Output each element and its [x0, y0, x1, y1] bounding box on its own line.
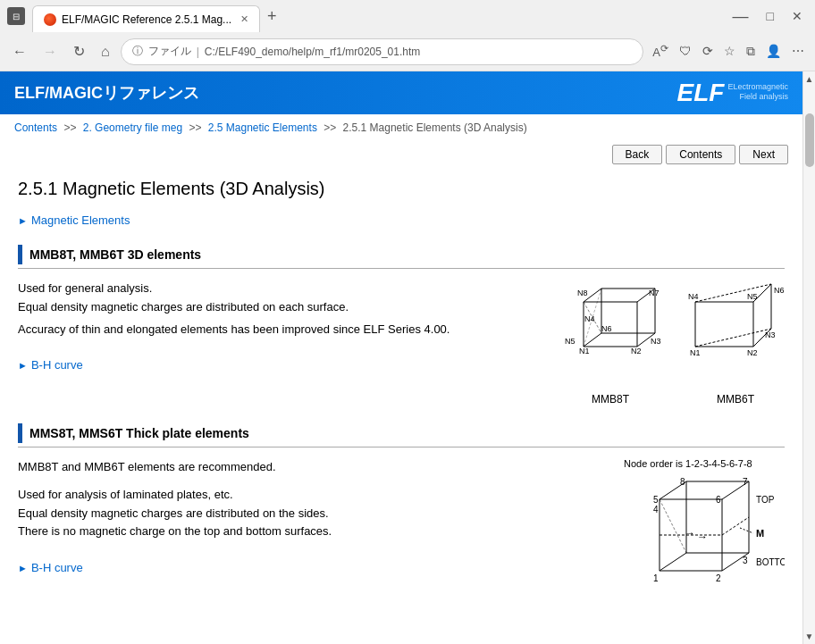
- section1-content: Used for general analysis. Equal density…: [18, 280, 785, 406]
- magnetic-elements-link[interactable]: ► Magnetic Elements: [18, 213, 785, 227]
- new-tab-button[interactable]: +: [260, 7, 284, 26]
- svg-line-62: [740, 528, 753, 533]
- svg-text:N1: N1: [579, 347, 590, 355]
- forward-button[interactable]: →: [38, 40, 63, 63]
- contents-page-button[interactable]: Contents: [666, 145, 735, 164]
- breadcrumb-current: 2.5.1 Magnetic Elements (3D Analysis): [343, 121, 527, 134]
- bh-link-arrow-icon: ►: [18, 358, 28, 374]
- section1-bh-link-text: B-H curve: [31, 356, 83, 375]
- mmb8t-diagram: N1 N2 N3 N4 N5 N6 N7 N8 MMB8T: [552, 280, 668, 406]
- breadcrumb-magnetic-elements[interactable]: 2.5 Magnetic Elements: [208, 121, 317, 134]
- svg-text:N5: N5: [565, 337, 576, 346]
- collections-btn[interactable]: ⧉: [743, 40, 759, 63]
- magnetic-elements-link-text: Magnetic Elements: [31, 213, 130, 227]
- next-page-button[interactable]: Next: [739, 145, 788, 164]
- tab-close-button[interactable]: ✕: [240, 13, 248, 25]
- svg-line-27: [695, 284, 771, 302]
- home-button[interactable]: ⌂: [96, 40, 115, 63]
- url-bar[interactable]: ⓘ ファイル | C:/ELF490_demo/help/m_rf1/mr020…: [121, 38, 644, 65]
- svg-text:N4: N4: [584, 314, 595, 323]
- menu-btn[interactable]: ⋯: [788, 40, 808, 62]
- tab-favicon: [44, 13, 56, 26]
- svg-text:N6: N6: [601, 324, 612, 333]
- refresh-button[interactable]: ↻: [68, 39, 90, 63]
- page-title: 2.5.1 Magnetic Elements (3D Analysis): [18, 179, 785, 199]
- back-button[interactable]: ←: [7, 40, 32, 63]
- section2-text: MMB8T and MMB6T elements are recommended…: [18, 458, 606, 618]
- scrollbar[interactable]: ▲ ▼: [802, 71, 815, 644]
- svg-text:3: 3: [743, 556, 748, 565]
- svg-text:4: 4: [653, 505, 659, 514]
- m-label: M: [756, 528, 764, 539]
- section2-line1: Used for analysis of laminated plates, e…: [18, 486, 606, 505]
- section2-header: MMS8T, MMS6T Thick plate elements: [18, 423, 785, 447]
- svg-text:6: 6: [716, 495, 721, 505]
- logo-text: ELF: [677, 79, 725, 107]
- svg-text:5: 5: [653, 495, 659, 505]
- logo-sub2: Field analysis: [727, 92, 788, 102]
- favorites-btn[interactable]: ☆: [720, 40, 739, 62]
- section2-content: MMB8T and MMB6T elements are recommended…: [18, 458, 785, 618]
- info-icon: ⓘ: [132, 44, 143, 59]
- section2-indicator: [18, 423, 22, 443]
- minimize-button[interactable]: —: [727, 7, 754, 26]
- font-btn[interactable]: A⟳: [649, 39, 672, 63]
- close-button[interactable]: ✕: [786, 9, 808, 23]
- site-logo: ELF ELectromagnetic Field analysis: [677, 79, 788, 107]
- link-arrow-icon: ►: [18, 215, 28, 226]
- breadcrumb-geometry[interactable]: 2. Geometry file meg: [83, 121, 182, 134]
- svg-text:2: 2: [716, 573, 721, 583]
- page-navigation: Back Contents Next: [0, 141, 802, 171]
- browser-extra-buttons: A⟳ 🛡 ⟳ ☆ ⧉ 👤 ⋯: [649, 39, 808, 63]
- section1-line1: Used for general analysis.: [18, 280, 534, 298]
- svg-line-24: [695, 329, 771, 347]
- scroll-thumb[interactable]: [805, 113, 814, 167]
- section1-diagram: N1 N2 N3 N4 N5 N6 N7 N8 MMB8T: [552, 280, 785, 406]
- mmb8t-label: MMB8T: [552, 393, 668, 406]
- section2-intro: MMB8T and MMB6T elements are recommended…: [18, 458, 606, 477]
- svg-text:N4: N4: [688, 292, 699, 301]
- node-order-label: Node order is 1-2-3-4-5-6-7-8: [624, 458, 785, 469]
- logo-sub1: ELectromagnetic: [727, 82, 788, 92]
- back-page-button[interactable]: Back: [612, 145, 663, 164]
- bottom-label: BOTTOM: [756, 557, 785, 567]
- site-header: ELF/MAGICリファレンス ELF ELectromagnetic Fiel…: [0, 71, 802, 114]
- svg-text:N2: N2: [631, 347, 642, 355]
- section2-bh-link-text: B-H curve: [31, 559, 83, 578]
- svg-text:N5: N5: [747, 292, 758, 301]
- section1-bh-link[interactable]: ► B-H curve: [18, 356, 534, 375]
- site-title: ELF/MAGICリファレンス: [14, 82, 199, 104]
- shield-btn[interactable]: 🛡: [676, 40, 695, 62]
- refresh-btn2[interactable]: ⟳: [699, 40, 717, 62]
- svg-text:N3: N3: [651, 337, 661, 346]
- svg-text:8: 8: [680, 477, 685, 487]
- scroll-down-button[interactable]: ▼: [805, 629, 814, 644]
- top-label: TOP: [756, 495, 775, 505]
- svg-line-51: [722, 517, 749, 535]
- browser-tab[interactable]: ELF/MAGIC Reference 2.5.1 Mag... ✕: [32, 5, 260, 32]
- svg-line-6: [584, 333, 601, 347]
- section2-bh-link-arrow: ►: [18, 561, 28, 577]
- section1-title: MMB8T, MMB6T 3D elements: [29, 247, 201, 262]
- svg-text:N6: N6: [774, 286, 785, 295]
- section2-bh-link[interactable]: ► B-H curve: [18, 559, 606, 578]
- svg-text:N7: N7: [649, 289, 660, 297]
- svg-text:→: →: [697, 531, 708, 543]
- section2-diagram: Node order is 1-2-3-4-5-6-7-8: [624, 458, 785, 618]
- svg-text:N2: N2: [747, 348, 758, 357]
- mmb6t-svg: N1 N2 N3 N4 N6 N5: [686, 280, 785, 387]
- breadcrumb: Contents >> 2. Geometry file meg >> 2.5 …: [0, 114, 802, 141]
- breadcrumb-contents[interactable]: Contents: [14, 121, 57, 134]
- main-content: 2.5.1 Magnetic Elements (3D Analysis) ► …: [0, 171, 802, 644]
- section2-line2: Equal density magnetic charges are distr…: [18, 505, 606, 523]
- mmb6t-label: MMB6T: [686, 393, 785, 406]
- svg-text:→: →: [685, 527, 695, 539]
- url-path: C:/ELF490_demo/help/m_rf1/mr0205_01.htm: [205, 46, 420, 58]
- window-controls: — □ ✕: [727, 7, 808, 26]
- account-btn[interactable]: 👤: [762, 40, 785, 62]
- svg-text:1: 1: [653, 573, 659, 583]
- scroll-up-button[interactable]: ▲: [805, 71, 814, 87]
- content-area: ELF/MAGICリファレンス ELF ELectromagnetic Fiel…: [0, 71, 802, 644]
- section2-line3: There is no magnetic charge on the top a…: [18, 523, 606, 541]
- maximize-button[interactable]: □: [761, 9, 779, 23]
